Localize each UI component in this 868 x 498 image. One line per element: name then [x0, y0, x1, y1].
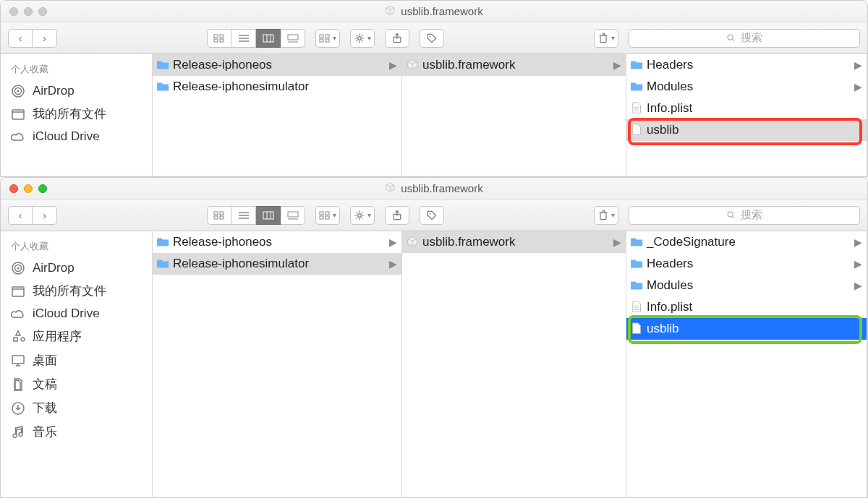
- svg-rect-27: [320, 212, 323, 215]
- file-row[interactable]: Release-iphoneos▶: [153, 231, 401, 253]
- sidebar-item-label: AirDrop: [33, 261, 75, 275]
- file-row[interactable]: Release-iphonesimulator: [153, 76, 401, 98]
- back-button[interactable]: ‹: [8, 206, 33, 225]
- tags-button[interactable]: [420, 206, 444, 225]
- trash-button[interactable]: ▾: [594, 29, 618, 48]
- titlebar[interactable]: usblib.framework: [1, 178, 867, 199]
- chevron-right-icon: ▶: [389, 258, 397, 270]
- column-2[interactable]: usblib.framework▶: [402, 231, 626, 497]
- close-button[interactable]: [9, 7, 18, 16]
- file-icon: [631, 124, 644, 137]
- column-3[interactable]: _CodeSignature▶Headers▶Modules▶Info.plis…: [626, 231, 867, 497]
- column-1[interactable]: ▶Release-iphoneos▶Release-iphonesimulato…: [153, 231, 402, 497]
- file-label: usblib: [647, 322, 678, 336]
- sidebar-item[interactable]: 桌面: [1, 348, 152, 372]
- sidebar-item[interactable]: iCloud Drive: [1, 126, 152, 147]
- arrange-button[interactable]: ▾: [315, 206, 340, 225]
- svg-rect-26: [288, 212, 298, 217]
- forward-button[interactable]: ›: [33, 206, 57, 225]
- sidebar-item[interactable]: 音乐: [1, 420, 152, 444]
- sidebar: 个人收藏 AirDrop我的所有文件iCloud Drive应用程序桌面文稿下载…: [1, 231, 153, 497]
- svg-rect-21: [214, 212, 218, 215]
- minimize-button[interactable]: [24, 7, 33, 16]
- sidebar-item[interactable]: 我的所有文件: [1, 102, 152, 126]
- zoom-button[interactable]: [38, 7, 47, 16]
- svg-rect-14: [220, 39, 224, 42]
- file-row[interactable]: Modules▶: [626, 76, 867, 98]
- minimize-button[interactable]: [24, 184, 33, 193]
- view-list-button[interactable]: [231, 29, 256, 48]
- view-icon-button[interactable]: [207, 206, 231, 225]
- svg-rect-11: [214, 35, 218, 38]
- sidebar-item[interactable]: 文稿: [1, 372, 152, 396]
- sidebar-item[interactable]: AirDrop: [1, 257, 152, 279]
- action-button[interactable]: ▾: [350, 206, 375, 225]
- view-gallery-button[interactable]: [281, 206, 305, 225]
- chevron-right-icon: ▶: [389, 59, 397, 71]
- file-row[interactable]: Info.plist: [626, 296, 867, 318]
- view-column-button[interactable]: [256, 206, 281, 225]
- svg-rect-17: [320, 35, 323, 38]
- column-2[interactable]: usblib.framework▶: [402, 54, 626, 176]
- sidebar-header: 个人收藏: [1, 237, 152, 257]
- file-row[interactable]: usblib: [626, 318, 867, 340]
- view-list-button[interactable]: [231, 206, 256, 225]
- file-row[interactable]: Release-iphoneos▶: [153, 54, 401, 76]
- file-label: _CodeSignature: [647, 235, 736, 249]
- nav-buttons: ‹ ›: [8, 29, 57, 48]
- desktop-icon: [11, 353, 25, 368]
- close-button[interactable]: [9, 184, 18, 193]
- view-column-button[interactable]: [256, 29, 281, 48]
- zoom-button[interactable]: [38, 184, 47, 193]
- folder-user-icon: [11, 107, 25, 121]
- file-row[interactable]: usblib.framework▶: [402, 231, 626, 253]
- file-row[interactable]: usblib.framework▶: [402, 54, 626, 76]
- column-1[interactable]: ▶Release-iphoneos▶Release-iphonesimulato…: [153, 54, 402, 176]
- window-title: usblib.framework: [1, 182, 867, 194]
- chevron-right-icon: ▶: [854, 280, 862, 291]
- file-row[interactable]: Headers▶: [626, 54, 867, 76]
- sidebar-item[interactable]: 下载: [1, 396, 152, 420]
- sidebar-item[interactable]: 应用程序: [1, 325, 152, 348]
- file-row[interactable]: Info.plist: [626, 98, 867, 119]
- airdrop-icon: [11, 84, 25, 98]
- column-3[interactable]: Headers▶Modules▶Info.plistusblib: [626, 54, 867, 176]
- arrange-button[interactable]: ▾: [315, 29, 340, 48]
- sidebar-item[interactable]: 我的所有文件: [1, 279, 152, 303]
- share-button[interactable]: [385, 206, 409, 225]
- view-gallery-button[interactable]: [281, 29, 305, 48]
- sidebar-item[interactable]: iCloud Drive: [1, 303, 152, 325]
- svg-rect-19: [320, 39, 323, 42]
- sidebar-item-label: 应用程序: [33, 328, 82, 345]
- svg-rect-18: [326, 35, 329, 38]
- finder-window-1: usblib.framework ‹ › ▾ ▾ ▾: [0, 0, 868, 177]
- file-label: Headers: [647, 58, 693, 72]
- tags-button[interactable]: [420, 29, 444, 48]
- share-button[interactable]: [385, 29, 409, 48]
- forward-button[interactable]: ›: [33, 29, 57, 48]
- file-row[interactable]: Headers▶: [626, 253, 867, 275]
- folder-icon: [631, 279, 644, 292]
- sidebar-item[interactable]: AirDrop: [1, 80, 152, 102]
- svg-rect-24: [220, 216, 224, 219]
- titlebar[interactable]: usblib.framework: [1, 1, 867, 22]
- file-label: Release-iphonesimulator: [173, 80, 309, 94]
- trash-button[interactable]: ▾: [594, 206, 618, 225]
- action-button[interactable]: ▾: [350, 29, 375, 48]
- file-row[interactable]: _CodeSignature▶: [626, 231, 867, 253]
- search-field[interactable]: 搜索: [629, 29, 860, 48]
- file-row[interactable]: Modules▶: [626, 275, 867, 296]
- back-button[interactable]: ‹: [8, 29, 33, 48]
- framework-icon: [407, 59, 420, 72]
- svg-rect-30: [326, 216, 329, 219]
- file-label: usblib.framework: [422, 235, 516, 249]
- file-label: Headers: [647, 257, 693, 271]
- toolbar: ‹ › ▾ ▾ ▾ 搜索: [1, 199, 867, 231]
- svg-rect-16: [288, 35, 298, 40]
- file-row[interactable]: Release-iphonesimulator▶: [153, 253, 401, 275]
- search-field[interactable]: 搜索: [629, 206, 860, 225]
- file-label: Release-iphoneos: [173, 58, 272, 72]
- view-icon-button[interactable]: [207, 29, 231, 48]
- file-row[interactable]: usblib: [626, 119, 867, 141]
- sidebar-header: 个人收藏: [1, 60, 152, 80]
